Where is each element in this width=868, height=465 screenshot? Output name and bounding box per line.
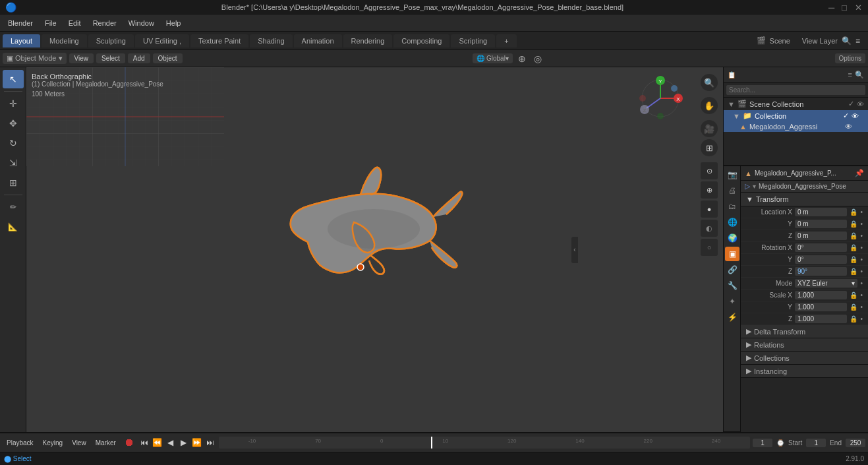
- annotate-tool-btn[interactable]: ✏: [3, 198, 24, 216]
- megalodon-row[interactable]: ▲ Megalodon_Aggressi 👁: [724, 121, 868, 132]
- view-menu-btn[interactable]: View: [69, 53, 94, 63]
- scene-collection-row[interactable]: ▼ 🎬 Scene Collection ✓ 👁: [724, 98, 868, 110]
- shading-solid-btn[interactable]: ●: [701, 201, 718, 218]
- sc-check-icon[interactable]: ✓: [848, 100, 854, 108]
- playback-menu-btn[interactable]: Playback: [3, 439, 38, 447]
- cursor-tool-btn[interactable]: ✛: [3, 94, 24, 113]
- sc-x-value[interactable]: 1.000: [795, 291, 847, 299]
- tab-uv-editing[interactable]: UV Editing ,: [135, 34, 189, 47]
- view-menu-tl-btn[interactable]: View: [68, 439, 90, 447]
- collections-header[interactable]: ▶ Collections: [741, 352, 868, 364]
- sc-x-lock[interactable]: 🔒: [850, 292, 857, 299]
- sc-x-dot[interactable]: •: [860, 292, 863, 299]
- overlay-btn[interactable]: ⊙: [701, 162, 718, 179]
- minimize-btn[interactable]: ─: [828, 3, 836, 11]
- skip-start-btn[interactable]: ⏮: [138, 437, 150, 449]
- tab-sculpting[interactable]: Sculpting: [88, 34, 134, 47]
- rot-y-dot[interactable]: •: [860, 256, 863, 263]
- start-frame-input[interactable]: 1: [806, 439, 826, 447]
- menu-render[interactable]: Render: [88, 18, 122, 28]
- loc-z-lock[interactable]: 🔒: [850, 232, 857, 239]
- tab-animation[interactable]: Animation: [294, 34, 342, 47]
- quad-view-btn[interactable]: ⊞: [701, 139, 718, 156]
- sc-y-value[interactable]: 1.000: [795, 303, 847, 311]
- search-icon[interactable]: 🔍: [842, 36, 852, 46]
- panel-toggle-btn[interactable]: ‹: [571, 237, 578, 263]
- camera-view-btn[interactable]: 🎥: [701, 120, 718, 137]
- menu-blender[interactable]: Blender: [3, 18, 38, 28]
- view-layer-label[interactable]: View Layer: [802, 37, 838, 45]
- sc-z-dot[interactable]: •: [860, 315, 863, 323]
- loc-y-dot[interactable]: •: [860, 220, 863, 228]
- outliner-search-icon[interactable]: 🔍: [855, 71, 864, 79]
- play-btn[interactable]: ▶: [178, 437, 190, 449]
- rot-x-dot[interactable]: •: [860, 244, 863, 251]
- skip-end-btn[interactable]: ⏭: [204, 437, 216, 449]
- render-icon-btn[interactable]: 📷: [725, 168, 739, 182]
- shading-material-btn[interactable]: ◐: [701, 220, 718, 237]
- rot-z-dot[interactable]: •: [860, 268, 863, 275]
- col-eye-icon[interactable]: 👁: [852, 112, 859, 120]
- next-frame-btn[interactable]: ⏩: [191, 437, 203, 449]
- tab-layout[interactable]: Layout: [3, 34, 40, 47]
- proportional-icon[interactable]: ◎: [531, 52, 544, 65]
- sc-eye-icon[interactable]: 👁: [857, 100, 864, 108]
- maximize-btn[interactable]: □: [842, 3, 850, 11]
- loc-x-value[interactable]: 0 m: [795, 208, 847, 216]
- sc-y-dot[interactable]: •: [860, 303, 863, 311]
- viewport[interactable]: Back Orthographic (1) Collection | Megal…: [26, 67, 723, 432]
- tab-scripting[interactable]: Scripting: [451, 34, 495, 47]
- rot-mode-dropdown[interactable]: XYZ Euler ▾: [795, 279, 857, 288]
- marker-menu-btn[interactable]: Marker: [92, 439, 120, 447]
- shading-rendered-btn[interactable]: ○: [701, 239, 718, 256]
- add-menu-btn[interactable]: Add: [128, 53, 150, 63]
- timeline-track[interactable]: -10 70 0 10 120 140 220 240: [219, 437, 750, 449]
- gizmo-toggle-btn[interactable]: ⊕: [701, 181, 718, 199]
- world-icon-btn[interactable]: 🌍: [725, 231, 739, 245]
- sc-z-lock[interactable]: 🔒: [850, 315, 857, 323]
- pin-icon[interactable]: 📌: [855, 169, 864, 177]
- gizmo[interactable]: X Y Z: [637, 75, 683, 121]
- output-icon-btn[interactable]: 🖨: [725, 183, 739, 198]
- record-btn[interactable]: ⏺: [123, 437, 136, 449]
- menu-file[interactable]: File: [40, 18, 62, 28]
- modifiers-icon-btn[interactable]: 🔧: [725, 278, 739, 293]
- rot-y-lock[interactable]: 🔒: [850, 256, 857, 263]
- select-tool-btn[interactable]: ↖: [3, 70, 24, 88]
- tab-add[interactable]: +: [496, 34, 516, 47]
- menu-window[interactable]: Window: [123, 18, 159, 28]
- filter-icon[interactable]: ≡: [855, 36, 860, 46]
- close-btn[interactable]: ✕: [855, 3, 863, 11]
- select-menu-btn[interactable]: Select: [96, 53, 125, 63]
- loc-x-dot[interactable]: •: [860, 208, 863, 216]
- instancing-header[interactable]: ▶ Instancing: [741, 365, 868, 377]
- tab-modeling[interactable]: Modeling: [42, 34, 87, 47]
- view-layer-icon-btn[interactable]: 🗂: [725, 199, 739, 214]
- end-frame-input[interactable]: 250: [846, 439, 865, 447]
- current-frame-input[interactable]: 1: [753, 439, 772, 447]
- delta-transform-header[interactable]: ▶ Delta Transform: [741, 325, 868, 338]
- rot-y-value[interactable]: 0°: [795, 255, 847, 264]
- tab-rendering[interactable]: Rendering: [343, 34, 393, 47]
- select-status[interactable]: ⬤ Select: [4, 455, 32, 462]
- keying-menu-btn[interactable]: Keying: [39, 439, 67, 447]
- outliner-filter-icon[interactable]: ≡: [848, 71, 852, 79]
- transform-header[interactable]: ▼ Transform: [741, 193, 868, 206]
- outliner-search-input[interactable]: [726, 85, 865, 95]
- rot-x-lock[interactable]: 🔒: [850, 244, 857, 251]
- loc-x-lock[interactable]: 🔒: [850, 208, 857, 216]
- fps-btn[interactable]: ⌚: [776, 439, 784, 447]
- meg-eye-icon[interactable]: 👁: [845, 123, 852, 131]
- rotate-tool-btn[interactable]: ↻: [3, 134, 24, 152]
- physics-icon-btn[interactable]: ⚡: [725, 310, 739, 325]
- col-check-icon[interactable]: ✓: [843, 111, 849, 120]
- loc-y-value[interactable]: 0 m: [795, 220, 847, 228]
- object-props-btn[interactable]: ▣: [725, 247, 739, 261]
- collection-row[interactable]: ▼ 📁 Collection ✓ 👁: [724, 110, 868, 121]
- menu-edit[interactable]: Edit: [63, 18, 86, 28]
- sc-z-value[interactable]: 1.000: [795, 315, 847, 323]
- rot-z-lock[interactable]: 🔒: [850, 268, 857, 275]
- tab-texture-paint[interactable]: Texture Paint: [190, 34, 248, 47]
- loc-z-value[interactable]: 0 m: [795, 232, 847, 240]
- relations-header[interactable]: ▶ Relations: [741, 338, 868, 351]
